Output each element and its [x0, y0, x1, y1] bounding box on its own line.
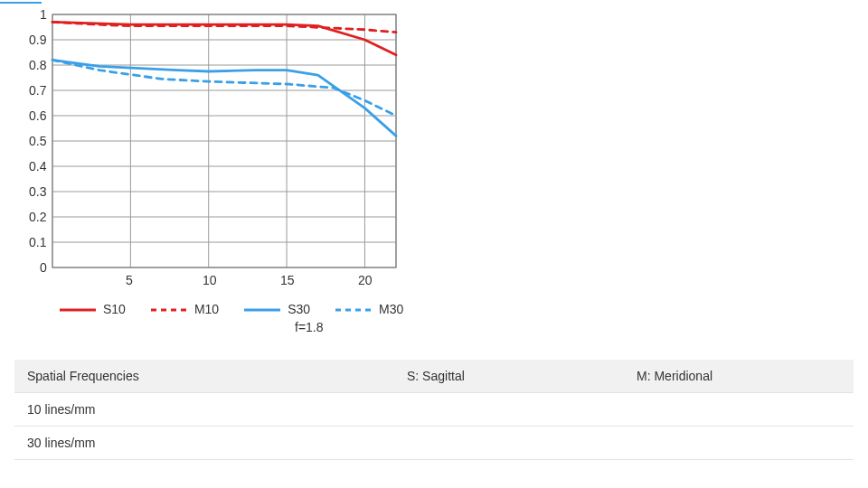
swatch-dashed [624, 427, 854, 460]
legend-label: M10 [194, 302, 219, 316]
row-label: 30 lines/mm [14, 427, 394, 460]
line-swatch-solid-red [60, 302, 96, 316]
chart-legend: S10 M10 S30 M30 [60, 302, 854, 316]
table-row: 30 lines/mm [14, 427, 854, 460]
plot-svg [14, 11, 403, 273]
chart-caption: f=1.8 [295, 320, 854, 334]
legend-item: S30 [244, 302, 310, 316]
table-header: Spatial Frequencies S: Sagittal M: Merid… [14, 360, 854, 393]
legend-item: S10 [60, 302, 126, 316]
legend-label: M30 [379, 302, 403, 316]
mtf-chart: 1 0.9 0.8 0.7 0.6 0.5 0.4 0.3 0.2 0.1 0 … [14, 11, 403, 300]
swatch-dashed [624, 393, 854, 427]
legend-item: M30 [335, 302, 403, 316]
x-tick-label: 20 [358, 273, 373, 287]
legend-item: M10 [151, 302, 219, 316]
line-swatch-dashed-blue [335, 302, 372, 316]
legend-label: S30 [288, 302, 310, 316]
legend-table: Spatial Frequencies S: Sagittal M: Merid… [14, 360, 854, 460]
line-swatch-solid-blue [244, 302, 280, 316]
x-tick-label: 15 [280, 273, 295, 287]
swatch-solid [394, 393, 624, 427]
line-swatch-dashed-red [151, 302, 187, 316]
x-tick-label: 5 [126, 273, 133, 287]
row-label: 10 lines/mm [14, 393, 394, 427]
th-meridional: M: Meridional [624, 360, 854, 393]
th-sagittal: S: Sagittal [394, 360, 624, 393]
table-row: 10 lines/mm [14, 393, 854, 427]
legend-label: S10 [103, 302, 126, 316]
swatch-solid [394, 427, 624, 460]
th-spatial-frequencies: Spatial Frequencies [14, 360, 394, 393]
x-tick-label: 10 [203, 273, 217, 287]
